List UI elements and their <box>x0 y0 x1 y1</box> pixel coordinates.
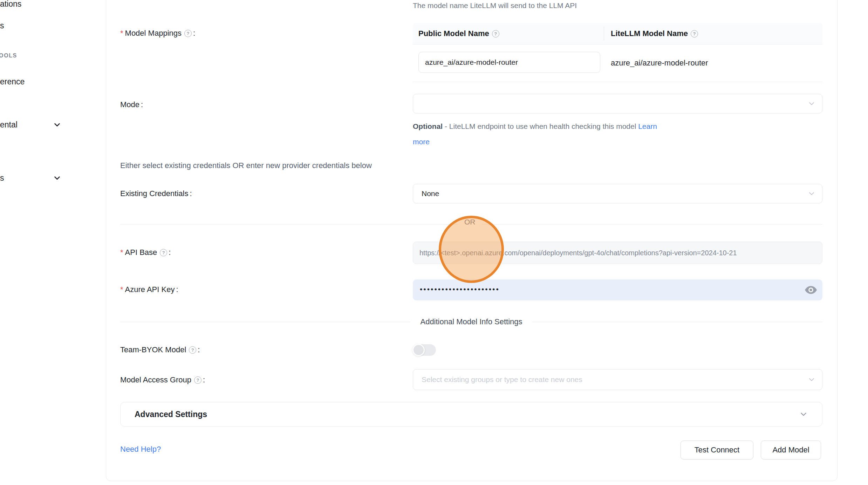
api-base-label: * API Base ? : <box>120 248 171 257</box>
litellm-model-name-value: azure_ai/azure-model-router <box>611 44 708 82</box>
divider-label: Additional Model Info Settings <box>410 317 532 326</box>
label-colon: : <box>203 375 205 384</box>
test-connect-button[interactable]: Test Connect <box>681 441 753 459</box>
required-asterisk: * <box>120 248 123 257</box>
model-access-group-select[interactable]: Select existing groups or type to create… <box>413 369 822 390</box>
select-placeholder: Select existing groups or type to create… <box>422 375 582 384</box>
column-label: Public Model Name <box>418 29 489 38</box>
mode-hint-line1: Optional - LiteLLM endpoint to use when … <box>413 120 657 132</box>
sidebar-section-label: TOOLS <box>0 53 17 58</box>
additional-settings-divider: Additional Model Info Settings <box>120 317 822 326</box>
sidebar-item-s1[interactable]: s <box>0 21 4 30</box>
public-model-name-input[interactable] <box>418 52 600 73</box>
help-icon[interactable]: ? <box>184 30 192 37</box>
hint-bold: Optional <box>413 122 443 130</box>
help-icon[interactable]: ? <box>691 30 698 37</box>
or-divider-label: OR <box>458 218 482 226</box>
chevron-down-icon <box>807 375 816 384</box>
learn-more-link[interactable]: Learn <box>638 122 657 130</box>
add-model-button[interactable]: Add Model <box>761 441 821 459</box>
masked-key-value: •••••••••••••••••••••• <box>420 285 500 293</box>
table-row: azure_ai/azure-model-router <box>413 44 822 82</box>
add-model-page: ations s TOOLS erence ental s The model … <box>0 0 868 485</box>
team-byok-toggle[interactable] <box>413 344 436 356</box>
model-mappings-table: Public Model Name ? LiteLLM Model Name ?… <box>413 23 822 82</box>
label-colon: : <box>169 248 171 257</box>
column-divider <box>604 27 604 41</box>
chevron-down-icon[interactable] <box>53 174 61 182</box>
existing-credentials-select[interactable]: None <box>413 184 822 203</box>
column-header-litellm-model: LiteLLM Model Name ? <box>604 23 822 44</box>
chevron-down-icon <box>807 99 816 108</box>
sidebar-item-erence[interactable]: erence <box>0 77 25 86</box>
label-colon: : <box>190 189 192 198</box>
hint-text: - LiteLLM endpoint to use when health ch… <box>443 122 638 130</box>
sidebar-item-s2[interactable]: s <box>0 173 4 183</box>
model-mappings-label: * Model Mappings ? : <box>120 29 195 38</box>
sidebar-item-label: s <box>0 21 4 30</box>
sidebar-section-tools: TOOLS <box>0 53 17 59</box>
need-help-link[interactable]: Need Help? <box>120 445 161 454</box>
azure-api-key-label: * Azure API Key : <box>120 285 178 294</box>
sidebar-item-ental[interactable]: ental <box>0 120 18 130</box>
sidebar-item-label: ations <box>0 0 21 9</box>
mode-label: Mode : <box>120 100 143 109</box>
advanced-settings-title: Advanced Settings <box>135 410 207 419</box>
sidebar-item-label: s <box>0 173 4 183</box>
help-icon[interactable]: ? <box>492 30 499 37</box>
table-header: Public Model Name ? LiteLLM Model Name ? <box>413 23 822 44</box>
help-icon[interactable]: ? <box>194 376 201 384</box>
help-icon[interactable]: ? <box>160 249 167 256</box>
sidebar-item-ations[interactable]: ations <box>0 0 21 9</box>
mode-select[interactable] <box>413 94 822 113</box>
model-access-group-label: Model Access Group ? : <box>120 375 205 384</box>
azure-api-key-input[interactable]: •••••••••••••••••••••• <box>413 279 822 300</box>
sidebar: ations s TOOLS erence ental s <box>0 0 106 485</box>
label-text: Team-BYOK Model <box>120 345 186 354</box>
credentials-note: Either select existing credentials OR en… <box>120 161 372 170</box>
sidebar-item-label: ental <box>0 120 18 130</box>
divider-line <box>120 322 410 322</box>
existing-credentials-label: Existing Credentials : <box>120 189 192 198</box>
label-text: Mode <box>120 100 139 109</box>
required-asterisk: * <box>120 29 123 38</box>
label-colon: : <box>193 29 195 38</box>
learn-more-link[interactable]: more <box>413 138 430 146</box>
team-byok-label: Team-BYOK Model ? : <box>120 345 200 354</box>
toggle-knob <box>412 344 425 356</box>
model-name-hint: The model name LiteLLM will send to the … <box>413 1 577 10</box>
mode-hint: Optional - LiteLLM endpoint to use when … <box>413 120 657 148</box>
label-text: Azure API Key <box>125 285 175 294</box>
column-label: LiteLLM Model Name <box>611 29 688 38</box>
label-text: Model Mappings <box>125 29 182 38</box>
selected-value: None <box>422 189 439 198</box>
advanced-settings-panel[interactable]: Advanced Settings <box>120 402 822 427</box>
required-asterisk: * <box>120 285 123 294</box>
column-header-public-model: Public Model Name ? <box>413 23 604 44</box>
mode-hint-line2: more <box>413 136 657 148</box>
api-base-input[interactable] <box>413 242 822 264</box>
chevron-down-icon[interactable] <box>53 121 61 129</box>
label-colon: : <box>141 100 143 109</box>
divider-line <box>532 322 822 322</box>
label-colon: : <box>176 285 178 294</box>
help-icon[interactable]: ? <box>189 346 196 354</box>
label-text: Existing Credentials <box>120 189 188 198</box>
chevron-down-icon <box>799 410 808 419</box>
label-text: API Base <box>125 248 157 257</box>
eye-icon[interactable] <box>805 286 817 294</box>
chevron-down-icon <box>807 189 816 198</box>
label-colon: : <box>198 345 200 354</box>
label-text: Model Access Group <box>120 375 191 384</box>
sidebar-item-label: erence <box>0 77 25 86</box>
